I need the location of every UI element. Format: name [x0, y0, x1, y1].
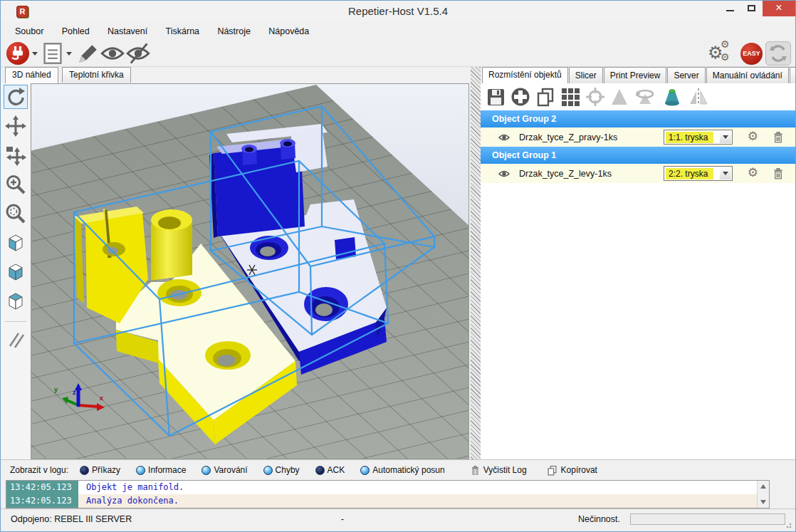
tab-temperature-curve[interactable]: Teplotní křivka [62, 67, 131, 83]
menu-item-nastaveni[interactable]: Nastavení [100, 22, 155, 41]
resize-grip[interactable] [786, 521, 793, 528]
axis-z-label: z [73, 389, 76, 396]
move-object-button[interactable] [4, 143, 28, 167]
load-dropdown-arrow[interactable] [66, 52, 72, 56]
document-icon [42, 42, 63, 65]
load-button[interactable] [42, 42, 63, 65]
add-object-button[interactable] [510, 87, 530, 107]
scroll-down-icon[interactable] [760, 500, 766, 504]
front-view-button[interactable] [4, 260, 28, 284]
autoposition-button[interactable] [560, 87, 580, 107]
tool-separator [5, 321, 26, 322]
connect-button[interactable] [6, 42, 29, 65]
emergency-stop-button[interactable] [765, 41, 791, 66]
visibility-eye-icon[interactable] [498, 132, 510, 142]
clear-log-button[interactable]: Vyčistit Log [471, 465, 527, 476]
easy-mode-button[interactable]: EASY [740, 43, 763, 65]
3d-viewport[interactable]: x y z [31, 83, 469, 459]
rotate-object-button[interactable] [634, 87, 656, 107]
printer-settings-button[interactable]: ⚙ ⚙ ⚙ [708, 41, 736, 66]
magnifier-plus-icon [5, 174, 26, 195]
object-row[interactable]: Drzak_tyce_Z_pravy-1ks 1:1. tryska ⚙ [481, 127, 795, 147]
extruder-value: 2:2. tryska [666, 168, 713, 179]
delete-object-button[interactable] [773, 167, 784, 180]
log-scrollbar[interactable] [757, 481, 769, 508]
mirror-object-button[interactable] [688, 87, 709, 107]
eye-icon [100, 42, 125, 65]
maximize-button[interactable] [741, 1, 763, 16]
app-window: R Repetier-Host V1.5.4 × Soubor Pohled N… [0, 0, 796, 532]
move-view-button[interactable] [4, 114, 28, 138]
toggle-ack[interactable]: ACK [315, 465, 345, 475]
object-toolbar [481, 83, 795, 110]
tab-server[interactable]: Server [667, 67, 705, 83]
log-timestamp: 13:42:05.123 [6, 494, 78, 508]
trash-icon [471, 465, 480, 476]
tab-3d-view[interactable]: 3D náhled [5, 67, 58, 83]
chevron-down-icon[interactable] [720, 131, 731, 143]
isometric-view-button[interactable] [4, 231, 28, 255]
menu-item-nastroje[interactable]: Nástroje [209, 22, 258, 41]
object-group-header[interactable]: Object Group 1 [481, 147, 795, 164]
connect-dropdown-arrow[interactable] [32, 52, 38, 56]
chevron-down-icon[interactable] [720, 167, 731, 179]
object-group-header[interactable]: Object Group 2 [481, 110, 795, 127]
tab-print-preview[interactable]: Print Preview [604, 67, 667, 83]
toggle-commands[interactable]: Příkazy [80, 465, 120, 475]
menu-item-tiskarna[interactable]: Tiskárna [158, 22, 207, 41]
show-filament-button[interactable] [100, 42, 125, 65]
object-settings-button[interactable]: ⚙ [748, 129, 758, 143]
delete-object-button[interactable] [773, 131, 784, 144]
scroll-up-icon[interactable] [760, 484, 766, 489]
toggle-label: Chyby [276, 465, 300, 475]
object-row[interactable]: Drzak_tyce_Z_levy-1ks 2:2. tryska ⚙ [481, 164, 795, 183]
menu-item-pohled[interactable]: Pohled [54, 22, 98, 41]
minimize-button[interactable] [720, 1, 741, 16]
tab-object-placement[interactable]: Rozmístění objektů [482, 67, 568, 83]
log-timestamp: 13:42:05.123 [6, 481, 78, 494]
center-object-button[interactable] [585, 87, 605, 107]
scale-object-button[interactable] [610, 87, 629, 107]
visibility-eye-icon[interactable] [498, 169, 510, 179]
copy-log-button[interactable]: Kopírovat [547, 465, 597, 476]
copy-object-button[interactable] [535, 87, 555, 107]
toggle-warnings[interactable]: Varování [201, 465, 247, 475]
zoom-button[interactable] [4, 172, 28, 197]
title-bar[interactable]: R Repetier-Host V1.5.4 × [1, 1, 795, 22]
eye-slash-icon [126, 42, 150, 65]
menu-item-napoveda[interactable]: Nápověda [261, 22, 317, 41]
parallel-projection-button[interactable] [4, 328, 28, 352]
pane-splitter[interactable] [471, 67, 481, 459]
rotate-view-button[interactable] [4, 85, 28, 109]
toggle-label: Informace [148, 465, 186, 475]
save-button[interactable] [486, 88, 506, 107]
toggle-info[interactable]: Informace [136, 465, 186, 475]
orb-icon [80, 466, 89, 475]
pencil-icon [76, 42, 99, 65]
object-panel: Rozmístění objektů Slicer Print Preview … [481, 67, 796, 459]
cut-object-button[interactable] [661, 87, 683, 107]
magnifier-fit-icon [5, 203, 26, 224]
menu-item-soubor[interactable]: Soubor [7, 22, 51, 41]
toggle-label: Varování [214, 465, 247, 475]
cube-iso-icon [5, 232, 26, 254]
tab-sd-card[interactable]: SD karta [790, 67, 796, 83]
close-button[interactable]: × [763, 1, 795, 16]
tab-manual-control[interactable]: Manuální ovládání [706, 67, 789, 83]
axis-x-label: x [100, 395, 103, 402]
toggle-errors[interactable]: Chyby [263, 465, 300, 475]
log-message: Objekt je manifold. [86, 481, 184, 494]
tab-slicer[interactable]: Slicer [569, 67, 603, 83]
activity-status: Nečinnost. [578, 514, 620, 524]
top-view-button[interactable] [4, 289, 28, 313]
extruder-select[interactable]: 1:1. tryska [664, 130, 733, 145]
extruder-value: 1:1. tryska [666, 132, 713, 143]
extruder-select[interactable]: 2:2. tryska [664, 166, 733, 181]
rotate-icon [6, 87, 26, 107]
hide-travel-button[interactable] [126, 42, 150, 65]
edit-button[interactable] [76, 42, 99, 65]
toggle-autoscroll[interactable]: Automatický posun [360, 465, 444, 475]
parallel-lines-icon [5, 329, 26, 350]
object-settings-button[interactable]: ⚙ [748, 165, 758, 179]
fit-view-button[interactable] [4, 202, 28, 226]
